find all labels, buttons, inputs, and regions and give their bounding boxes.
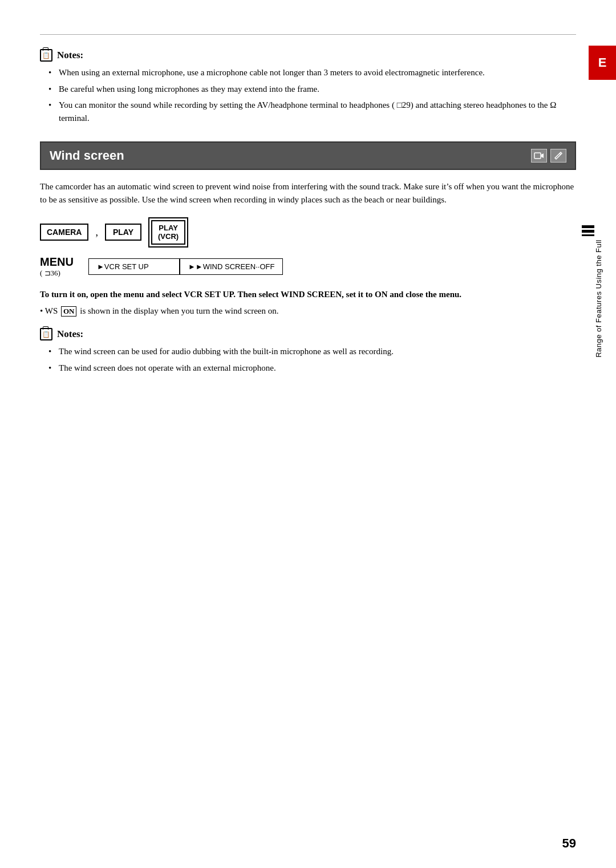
header-icons [531,149,566,163]
notes-item-1-2: Be careful when using long microphones a… [48,83,576,96]
play-vcr-outer: PLAY (VCR) [148,217,188,248]
menu-label: MENU [40,255,74,268]
tab-e: E [589,46,616,80]
notes-list-2: The wind screen can be used for audio du… [40,345,576,374]
play-vcr-inner: PLAY (VCR) [151,220,185,245]
notes-header-2: 📋 Notes: [40,328,576,340]
wind-screen-body: The camcorder has an automatic wind scre… [40,180,576,207]
camera-badge: CAMERA [40,224,88,241]
menu-row: MENU ( ⊐36) ►VCR SET UP ►►WIND SCREEN··O… [40,255,576,278]
notes-list-1: When using an external microphone, use a… [40,66,576,124]
svg-marker-1 [541,153,544,158]
menu-step-2: ►►WIND SCREEN··OFF [180,258,283,275]
instruction-bold: To turn it on, open the menu and select … [40,288,576,301]
menu-step-1: ►VCR SET UP [88,258,180,275]
ws-note-para: • WS ON is shown in the display when you… [40,306,576,317]
ws-on-badge: ON [61,306,77,317]
play-badge: PLAY [105,224,141,241]
comma: , [95,226,98,238]
sidebar-lines [582,225,594,236]
mode-row: CAMERA , PLAY PLAY (VCR) [40,217,576,248]
notes-section-2: 📋 Notes: The wind screen can be used for… [40,328,576,374]
svg-line-2 [560,153,561,155]
notes-section-1: 📋 Notes: When using an external micropho… [40,49,576,124]
notes-header-1: 📋 Notes: [40,49,576,62]
svg-rect-0 [534,153,541,159]
page-container: 📋 Notes: When using an external micropho… [0,0,616,868]
sidebar-line-2 [582,230,594,233]
notes-item-1-3: You can monitor the sound while recordin… [48,99,576,124]
right-sidebar: E Range of Features Using the Full [585,0,616,868]
notes-icon-1: 📋 [40,49,52,62]
wind-screen-title: Wind screen [50,148,124,163]
page-number: 59 [562,836,576,851]
wind-screen-header: Wind screen [40,141,576,170]
notes-title-2: Notes: [57,328,83,340]
sidebar-label: Range of Features Using the Full [594,240,616,358]
menu-label-container: MENU ( ⊐36) [40,255,88,278]
notes-item-2-2: The wind screen does not operate with an… [48,362,576,375]
sidebar-line-1 [582,225,594,228]
notes-title-1: Notes: [57,50,83,61]
notes-item-1-1: When using an external microphone, use a… [48,66,576,79]
camera-mode-icon [531,149,547,163]
notes-icon-2: 📋 [40,328,52,340]
notes-item-2-1: The wind screen can be used for audio du… [48,345,576,358]
top-divider [40,34,576,35]
sidebar-line-3 [582,234,594,236]
menu-sub: ( ⊐36) [40,269,88,278]
edit-icon [550,149,566,163]
